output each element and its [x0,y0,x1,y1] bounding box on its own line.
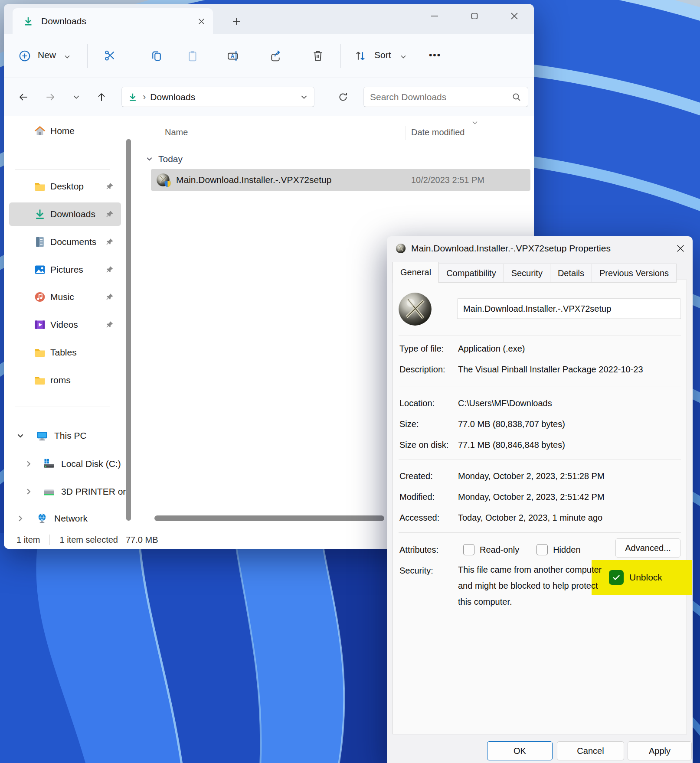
properties-dialog: Main.Download.Installer.-.VPX72setup Pro… [387,236,693,763]
breadcrumb-location[interactable]: Downloads [150,92,195,102]
close-icon [510,11,519,21]
hidden-checkbox[interactable] [536,544,548,555]
filename-input[interactable] [457,298,681,319]
cut-icon [103,49,116,62]
ok-button[interactable]: OK [487,741,553,760]
field-value: 77.1 MB (80,846,848 bytes) [458,435,680,454]
field-label: Location: [399,394,458,413]
arrow-up-icon [96,91,107,103]
readonly-checkbox[interactable] [463,544,474,555]
sidebar-item-documents[interactable]: Documents [9,230,121,254]
apply-button[interactable]: Apply [628,741,692,760]
field-row-description: Description:The Visual Pinball Installer… [399,360,680,379]
explorer-tab-downloads[interactable]: Downloads [13,8,213,34]
sidebar-item-this-pc[interactable]: This PC [9,424,121,447]
status-item-count: 1 item [16,535,40,545]
tab-general[interactable]: General [393,262,439,283]
back-button[interactable] [15,89,32,105]
cancel-button[interactable]: Cancel [557,741,624,760]
sort-direction-chevron-icon[interactable] [471,119,478,126]
recent-locations-button[interactable] [68,89,85,105]
dialog-close-icon[interactable] [676,244,685,253]
breadcrumb-separator: › [143,91,146,103]
sidebar-item-videos[interactable]: Videos [9,313,121,336]
field-label: Size on disk: [399,435,458,454]
sidebar-item-roms[interactable]: roms [9,368,121,392]
advanced-button[interactable]: Advanced... [615,538,680,558]
minimize-button[interactable] [424,7,445,25]
sidebar-item-tables[interactable]: Tables [9,341,121,364]
sort-button[interactable] [353,48,368,64]
new-button-label[interactable]: New [38,50,56,60]
tab-title: Downloads [41,16,198,26]
close-button[interactable] [504,7,525,25]
separator [399,460,681,460]
forward-button[interactable] [42,89,59,105]
maximize-icon [470,12,479,20]
rename-button[interactable]: A [226,48,241,64]
search-box [363,87,528,107]
tab-compatibility[interactable]: Compatibility [439,264,504,283]
tab-previous-versions[interactable]: Previous Versions [592,264,677,283]
dialog-title-bar: Main.Download.Installer.-.VPX72setup Pro… [387,236,693,261]
group-collapse-chevron-icon[interactable] [146,155,153,163]
sidebar-item-network[interactable]: Network [9,507,121,530]
tab-details[interactable]: Details [550,264,592,283]
videos-icon [34,319,46,331]
column-header-name[interactable]: Name [165,127,188,137]
search-input[interactable] [364,92,511,102]
plus-icon [232,17,241,26]
maximize-button[interactable] [464,7,485,25]
refresh-button[interactable] [335,89,351,105]
sort-button-label[interactable]: Sort [374,50,391,60]
chevron-right-icon[interactable] [16,515,24,522]
copy-button[interactable] [149,48,164,64]
address-dropdown-chevron-icon[interactable] [300,93,308,101]
more-options-button[interactable]: ••• [429,50,441,60]
field-label: Type of file: [399,339,458,358]
chevron-right-icon[interactable] [25,460,33,468]
sidebar-item-music[interactable]: Music [9,285,121,309]
new-button[interactable] [17,48,33,64]
chevron-right-icon[interactable] [25,488,33,496]
sidebar-item-desktop[interactable]: Desktop [9,175,121,198]
minimize-icon [430,11,439,21]
security-label: Security: [399,563,458,579]
uac-shield-icon [164,180,171,188]
new-plus-circle-icon [18,49,31,62]
chevron-down-icon[interactable] [16,432,24,440]
new-tab-button[interactable] [229,13,244,29]
share-button[interactable] [268,48,283,64]
cut-button[interactable] [102,48,118,64]
sidebar-divider [15,169,110,170]
file-row-selected[interactable]: Main.Download.Installer.-.VPX72setup 10/… [151,169,530,191]
field-label: Modified: [399,487,458,506]
paste-button[interactable] [185,48,200,64]
column-divider[interactable] [405,126,406,140]
tab-close-icon[interactable] [198,18,205,25]
sidebar-item-pictures[interactable]: Pictures [9,258,121,281]
sidebar-item-3d-printer[interactable]: 3D PRINTER or [9,480,121,503]
sidebar-item-home[interactable]: Home [9,119,121,143]
hidden-label[interactable]: Hidden [553,540,580,559]
sidebar-item-downloads[interactable]: Downloads [9,202,121,226]
folder-icon [34,180,46,192]
tab-security[interactable]: Security [504,264,550,283]
address-box[interactable]: › Downloads [121,87,314,107]
group-header-today[interactable]: Today [158,154,183,164]
network-icon [36,512,48,525]
up-button[interactable] [93,89,110,105]
new-chevron-down-icon [64,53,71,60]
separator [399,532,681,533]
field-label: Description: [399,360,458,379]
sidebar-item-local-disk-c[interactable]: Local Disk (C:) [9,452,121,476]
delete-button[interactable] [310,48,326,64]
horizontal-scrollbar[interactable] [154,515,384,521]
file-date-modified: 10/2/2023 2:51 PM [411,175,484,185]
sidebar-scrollbar[interactable] [126,139,131,521]
arrow-left-icon [18,91,29,103]
column-header-date-modified[interactable]: Date modified [411,127,464,137]
search-icon[interactable] [511,92,522,102]
separator [399,336,681,336]
readonly-label[interactable]: Read-only [480,540,519,559]
